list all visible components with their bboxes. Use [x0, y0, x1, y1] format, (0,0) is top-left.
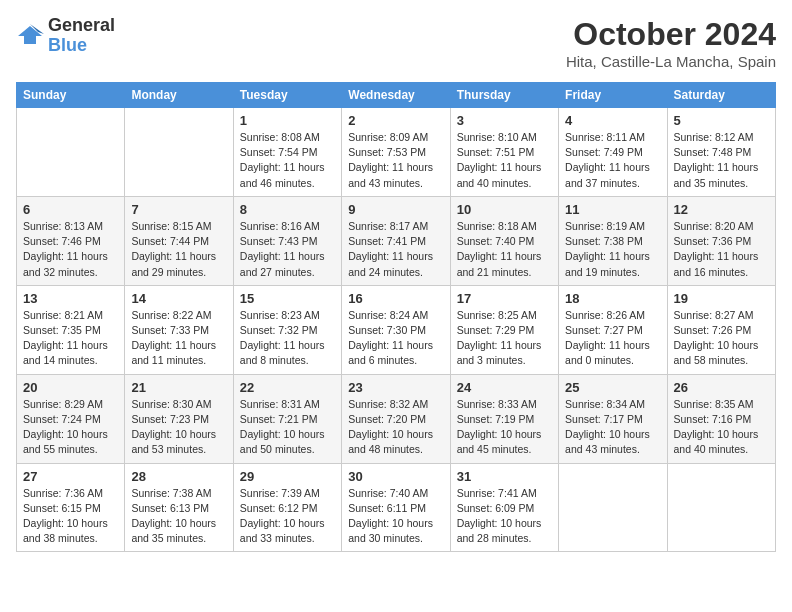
day-number: 31 [457, 469, 552, 484]
svg-marker-0 [18, 26, 42, 44]
day-info: Sunrise: 7:41 AM Sunset: 6:09 PM Dayligh… [457, 486, 552, 547]
day-info: Sunrise: 8:13 AM Sunset: 7:46 PM Dayligh… [23, 219, 118, 280]
day-info: Sunrise: 8:25 AM Sunset: 7:29 PM Dayligh… [457, 308, 552, 369]
table-row: 31Sunrise: 7:41 AM Sunset: 6:09 PM Dayli… [450, 463, 558, 552]
table-row: 30Sunrise: 7:40 AM Sunset: 6:11 PM Dayli… [342, 463, 450, 552]
table-row: 23Sunrise: 8:32 AM Sunset: 7:20 PM Dayli… [342, 374, 450, 463]
day-info: Sunrise: 7:36 AM Sunset: 6:15 PM Dayligh… [23, 486, 118, 547]
calendar-table: Sunday Monday Tuesday Wednesday Thursday… [16, 82, 776, 552]
day-info: Sunrise: 8:21 AM Sunset: 7:35 PM Dayligh… [23, 308, 118, 369]
day-number: 12 [674, 202, 769, 217]
day-info: Sunrise: 8:27 AM Sunset: 7:26 PM Dayligh… [674, 308, 769, 369]
col-monday: Monday [125, 83, 233, 108]
table-row: 29Sunrise: 7:39 AM Sunset: 6:12 PM Dayli… [233, 463, 341, 552]
day-number: 15 [240, 291, 335, 306]
table-row: 21Sunrise: 8:30 AM Sunset: 7:23 PM Dayli… [125, 374, 233, 463]
day-number: 30 [348, 469, 443, 484]
day-info: Sunrise: 8:08 AM Sunset: 7:54 PM Dayligh… [240, 130, 335, 191]
table-row: 25Sunrise: 8:34 AM Sunset: 7:17 PM Dayli… [559, 374, 667, 463]
day-number: 6 [23, 202, 118, 217]
week-row-1: 1Sunrise: 8:08 AM Sunset: 7:54 PM Daylig… [17, 108, 776, 197]
table-row: 17Sunrise: 8:25 AM Sunset: 7:29 PM Dayli… [450, 285, 558, 374]
day-number: 25 [565, 380, 660, 395]
day-number: 16 [348, 291, 443, 306]
day-number: 9 [348, 202, 443, 217]
table-row: 5Sunrise: 8:12 AM Sunset: 7:48 PM Daylig… [667, 108, 775, 197]
day-number: 10 [457, 202, 552, 217]
week-row-3: 13Sunrise: 8:21 AM Sunset: 7:35 PM Dayli… [17, 285, 776, 374]
col-tuesday: Tuesday [233, 83, 341, 108]
weekday-header-row: Sunday Monday Tuesday Wednesday Thursday… [17, 83, 776, 108]
day-info: Sunrise: 7:40 AM Sunset: 6:11 PM Dayligh… [348, 486, 443, 547]
day-info: Sunrise: 8:26 AM Sunset: 7:27 PM Dayligh… [565, 308, 660, 369]
day-number: 23 [348, 380, 443, 395]
title-block: October 2024 Hita, Castille-La Mancha, S… [566, 16, 776, 70]
day-info: Sunrise: 8:30 AM Sunset: 7:23 PM Dayligh… [131, 397, 226, 458]
table-row: 28Sunrise: 7:38 AM Sunset: 6:13 PM Dayli… [125, 463, 233, 552]
day-number: 21 [131, 380, 226, 395]
table-row: 8Sunrise: 8:16 AM Sunset: 7:43 PM Daylig… [233, 196, 341, 285]
table-row [17, 108, 125, 197]
day-info: Sunrise: 8:31 AM Sunset: 7:21 PM Dayligh… [240, 397, 335, 458]
logo: General Blue [16, 16, 115, 56]
table-row: 18Sunrise: 8:26 AM Sunset: 7:27 PM Dayli… [559, 285, 667, 374]
day-number: 18 [565, 291, 660, 306]
day-info: Sunrise: 8:34 AM Sunset: 7:17 PM Dayligh… [565, 397, 660, 458]
day-number: 28 [131, 469, 226, 484]
day-info: Sunrise: 8:24 AM Sunset: 7:30 PM Dayligh… [348, 308, 443, 369]
table-row: 15Sunrise: 8:23 AM Sunset: 7:32 PM Dayli… [233, 285, 341, 374]
day-info: Sunrise: 8:18 AM Sunset: 7:40 PM Dayligh… [457, 219, 552, 280]
week-row-2: 6Sunrise: 8:13 AM Sunset: 7:46 PM Daylig… [17, 196, 776, 285]
col-friday: Friday [559, 83, 667, 108]
day-number: 29 [240, 469, 335, 484]
day-info: Sunrise: 8:17 AM Sunset: 7:41 PM Dayligh… [348, 219, 443, 280]
day-number: 20 [23, 380, 118, 395]
day-info: Sunrise: 8:29 AM Sunset: 7:24 PM Dayligh… [23, 397, 118, 458]
table-row: 19Sunrise: 8:27 AM Sunset: 7:26 PM Dayli… [667, 285, 775, 374]
day-info: Sunrise: 8:19 AM Sunset: 7:38 PM Dayligh… [565, 219, 660, 280]
table-row: 14Sunrise: 8:22 AM Sunset: 7:33 PM Dayli… [125, 285, 233, 374]
day-number: 4 [565, 113, 660, 128]
day-info: Sunrise: 8:09 AM Sunset: 7:53 PM Dayligh… [348, 130, 443, 191]
logo-general: General [48, 15, 115, 35]
day-info: Sunrise: 8:32 AM Sunset: 7:20 PM Dayligh… [348, 397, 443, 458]
logo-blue: Blue [48, 35, 87, 55]
page-header: General Blue October 2024 Hita, Castille… [16, 16, 776, 70]
day-number: 11 [565, 202, 660, 217]
table-row: 22Sunrise: 8:31 AM Sunset: 7:21 PM Dayli… [233, 374, 341, 463]
table-row: 9Sunrise: 8:17 AM Sunset: 7:41 PM Daylig… [342, 196, 450, 285]
location-title: Hita, Castille-La Mancha, Spain [566, 53, 776, 70]
col-sunday: Sunday [17, 83, 125, 108]
col-wednesday: Wednesday [342, 83, 450, 108]
day-number: 14 [131, 291, 226, 306]
day-number: 5 [674, 113, 769, 128]
logo-text: General Blue [48, 16, 115, 56]
table-row: 3Sunrise: 8:10 AM Sunset: 7:51 PM Daylig… [450, 108, 558, 197]
day-number: 7 [131, 202, 226, 217]
day-info: Sunrise: 8:11 AM Sunset: 7:49 PM Dayligh… [565, 130, 660, 191]
logo-icon [16, 22, 44, 50]
table-row: 2Sunrise: 8:09 AM Sunset: 7:53 PM Daylig… [342, 108, 450, 197]
table-row [125, 108, 233, 197]
day-info: Sunrise: 8:15 AM Sunset: 7:44 PM Dayligh… [131, 219, 226, 280]
table-row: 4Sunrise: 8:11 AM Sunset: 7:49 PM Daylig… [559, 108, 667, 197]
table-row [667, 463, 775, 552]
day-info: Sunrise: 8:22 AM Sunset: 7:33 PM Dayligh… [131, 308, 226, 369]
day-number: 8 [240, 202, 335, 217]
day-number: 26 [674, 380, 769, 395]
table-row: 20Sunrise: 8:29 AM Sunset: 7:24 PM Dayli… [17, 374, 125, 463]
day-number: 19 [674, 291, 769, 306]
day-info: Sunrise: 8:23 AM Sunset: 7:32 PM Dayligh… [240, 308, 335, 369]
day-number: 1 [240, 113, 335, 128]
week-row-4: 20Sunrise: 8:29 AM Sunset: 7:24 PM Dayli… [17, 374, 776, 463]
day-number: 13 [23, 291, 118, 306]
day-info: Sunrise: 8:20 AM Sunset: 7:36 PM Dayligh… [674, 219, 769, 280]
day-info: Sunrise: 8:16 AM Sunset: 7:43 PM Dayligh… [240, 219, 335, 280]
day-info: Sunrise: 8:33 AM Sunset: 7:19 PM Dayligh… [457, 397, 552, 458]
day-info: Sunrise: 8:35 AM Sunset: 7:16 PM Dayligh… [674, 397, 769, 458]
table-row: 16Sunrise: 8:24 AM Sunset: 7:30 PM Dayli… [342, 285, 450, 374]
day-number: 27 [23, 469, 118, 484]
month-title: October 2024 [566, 16, 776, 53]
week-row-5: 27Sunrise: 7:36 AM Sunset: 6:15 PM Dayli… [17, 463, 776, 552]
col-saturday: Saturday [667, 83, 775, 108]
